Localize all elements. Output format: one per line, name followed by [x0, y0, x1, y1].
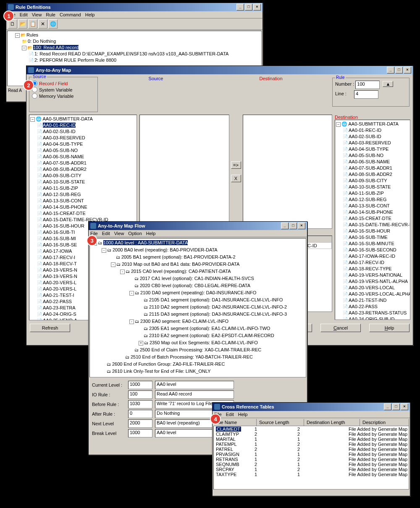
menu-help[interactable]: Help	[238, 412, 248, 417]
menu-edit[interactable]: Edit	[226, 412, 234, 417]
tree-item[interactable]: AA0-02-SUB-ID	[30, 128, 136, 135]
menu-view[interactable]: View	[114, 231, 124, 236]
copy-button[interactable]: 📋	[28, 19, 37, 29]
table-row[interactable]: CLAIMEDT12File Added by Generate Map	[214, 427, 408, 432]
col-description[interactable]: Description	[360, 419, 409, 426]
tree-item[interactable]: AA0-10-SUB-STATE	[336, 184, 409, 190]
tree-item[interactable]: AA0-15-CREAT-DTE	[30, 210, 136, 217]
rule-number-field[interactable]: 100	[355, 81, 380, 89]
minimize-button[interactable]: _	[236, 4, 244, 10]
tree-item[interactable]: AA0-23-RETRANS-STATUS	[336, 310, 409, 316]
minimize-button[interactable]: _	[387, 67, 394, 73]
refresh-button[interactable]: Refresh	[30, 324, 70, 332]
flow-item[interactable]: -2000 BA0 level (repeating): BA0-PROVIDE…	[91, 246, 305, 254]
tree-item[interactable]: AA0-03-RESERVED	[336, 140, 409, 146]
tree-item[interactable]: AA0-22-PASS	[336, 304, 409, 310]
table-row[interactable]: PATEMPL12File Added by Generate Map	[214, 442, 408, 447]
help-button[interactable]: Help	[369, 324, 410, 332]
minimize-button[interactable]: _	[281, 223, 289, 229]
table-row[interactable]: PRVASIGN11File Added by Generate Map	[214, 452, 408, 457]
maximize-button[interactable]: □	[392, 403, 400, 410]
map-right-button[interactable]: =>	[231, 161, 241, 169]
field-value-1[interactable]: 1030	[128, 400, 152, 408]
tree-item[interactable]: AA0-15-DATE-TIME-RECVR-ID	[336, 222, 409, 228]
tree-item[interactable]: AA0-16-SUB-MINUTE	[336, 241, 409, 247]
menu-edit[interactable]: Edit	[20, 12, 28, 17]
tree-item[interactable]: AA0-11-SUB-ZIP	[336, 190, 409, 196]
tree-item[interactable]: AA0-01-REC-ID	[30, 122, 136, 128]
tree-item[interactable]: AA0-08-SUB-ADDR2	[336, 171, 409, 178]
tree-item[interactable]: AA0-05-SUB-NO	[336, 152, 409, 159]
table-row[interactable]: RETRANS12File Added by Generate Map	[214, 457, 408, 462]
tree-item[interactable]: AA0-14-SUB-PHONE	[336, 209, 409, 215]
tree-item[interactable]: AA0-15-CREAT-DTE	[336, 215, 409, 222]
tree-item[interactable]: AA0-24-ORIG-SUB-ID	[336, 316, 409, 320]
destination-list[interactable]	[243, 115, 333, 229]
field-value-1[interactable]: 2000	[128, 419, 152, 428]
tree-item[interactable]: 1: Read Record READ D:\ECMAP_EXAMPLE\NSF…	[8, 51, 260, 57]
open-button[interactable]: 📂	[18, 19, 27, 29]
delete-button[interactable]: ✕	[38, 19, 47, 29]
table-row[interactable]: CLAIMTYP22File Added by Generate Map	[214, 432, 408, 437]
remove-button[interactable]: X	[231, 175, 241, 182]
radio-record-field[interactable]: Record / Field	[32, 81, 95, 86]
run-button[interactable]: 🌐	[48, 19, 58, 29]
flow-item[interactable]: 2110 DA2 segment (optional): DA2-INSURAN…	[91, 304, 305, 311]
xref-grid[interactable]: File Name Source Length Destination Leng…	[213, 419, 409, 490]
flow-item[interactable]: 2305 EA1 segment (optional): EA1-CLAIM-L…	[91, 325, 305, 332]
cancel-button[interactable]: CCancelancel	[320, 324, 361, 332]
maximize-button[interactable]: □	[395, 67, 403, 73]
tree-item[interactable]: AA0-18-RECV-TYPE	[336, 266, 409, 272]
tree-item[interactable]: AA0-16-SUB-HOUR	[336, 228, 409, 234]
flow-item[interactable]: 2115 DA3 segment (optional): DA3-INSURAN…	[91, 311, 305, 318]
tree-item[interactable]: AA0-17-RECV-ID	[336, 259, 409, 266]
close-button[interactable]: ×	[401, 403, 408, 410]
flow-item[interactable]: 2600 End of Function Group: ZA0-FILE-TRA…	[91, 361, 305, 368]
maximize-button[interactable]: □	[289, 223, 297, 229]
radio-system-variable[interactable]: System Variable	[32, 87, 95, 92]
tree-item[interactable]: AA0-05-SUB-NO	[30, 147, 136, 154]
tree-item[interactable]: AA0-13-SUB-CONT	[30, 198, 136, 204]
tree-item[interactable]: AA0-16-SUB-SECOND	[336, 247, 409, 253]
field-value-2[interactable]: Read AA0 record	[155, 390, 234, 399]
flow-item[interactable]: -1000 AA0 level : AA0-SUBMITTER-DATA	[91, 239, 305, 246]
source-list[interactable]	[139, 115, 229, 229]
menu-option[interactable]: Option	[128, 231, 142, 236]
menu-view[interactable]: View	[32, 12, 42, 17]
tree-item[interactable]: AA0-19-VERS-NATL-ALPHA	[336, 278, 409, 285]
tree-item[interactable]: AA0-17-IOWA-REC-ID	[336, 253, 409, 259]
tree-item[interactable]: AA0-09-SUB-CITY	[336, 178, 409, 184]
tree-item[interactable]: AA0-10-SUB-STATE	[30, 179, 136, 185]
menu-help[interactable]: Help	[85, 12, 95, 17]
rule-line-field[interactable]: 4	[354, 90, 378, 99]
flow-item[interactable]: -2015 CA0 level (repeating): CA0-PATIENT…	[91, 268, 305, 275]
table-row[interactable]: SEQNUMB21File Added by Generate Map	[214, 462, 408, 467]
tree-item[interactable]: AA0-02-SUB-ID	[336, 134, 409, 140]
titlebar[interactable]: Rule Definitions _ □ ×	[6, 3, 262, 11]
menu-help[interactable]: Help	[146, 231, 156, 236]
rule-lookup-button[interactable]: ▲	[383, 81, 393, 87]
flow-item[interactable]: 2020 CB0 level (optional): CB0-LEGAL-REP…	[91, 282, 305, 289]
minimize-button[interactable]: _	[384, 403, 391, 410]
flow-item[interactable]: 2105 DA1 segment (optional): DA1-INSURAN…	[91, 296, 305, 304]
flow-item[interactable]: 2005 BA1 segment (optional): BA1-PROVIDE…	[91, 254, 305, 261]
flow-item[interactable]: 2017 CA1 level (optional): CA1-INDIAN-HE…	[91, 275, 305, 282]
tree-item[interactable]: AA0-06-SUB-NAME	[30, 154, 136, 160]
tree-item[interactable]: AA0-19-VERS-NATIONAL	[336, 272, 409, 278]
table-row[interactable]: TAXTYPE11File Added by Generate Map	[214, 472, 408, 477]
table-row[interactable]: SRCPAY12File Added by Generate Map	[214, 467, 408, 472]
flow-item[interactable]: 2310 EA2 segment (optional): EA2-EPSDT-C…	[91, 332, 305, 339]
table-row[interactable]: PATREL22File Added by Generate Map	[214, 447, 408, 452]
titlebar[interactable]: Cross Reference Tables _ □ ×	[213, 403, 410, 411]
flow-item[interactable]: +2350 Map out Exx Segments: EA0-CLAIM-LV…	[91, 339, 305, 346]
close-button[interactable]: ×	[298, 223, 305, 229]
tree-item[interactable]: AA0-09-SUB-CITY	[30, 173, 136, 179]
tree-item[interactable]: AA0-01-REC-ID	[336, 127, 409, 134]
tree-item[interactable]: AA0-12-SUB-REG	[336, 196, 409, 203]
tree-item[interactable]: AA0-04-SUB-TYPE	[30, 141, 136, 147]
tree-item[interactable]: 0: Do Nothing	[8, 38, 260, 45]
field-value-1[interactable]: 100	[128, 390, 152, 399]
tree-item[interactable]: AA0-20-VERS-LOCAL-ALPHA	[336, 291, 409, 297]
table-row[interactable]: MARITAL11File Added by Generate Map	[214, 437, 408, 442]
maximize-button[interactable]: □	[245, 4, 252, 10]
